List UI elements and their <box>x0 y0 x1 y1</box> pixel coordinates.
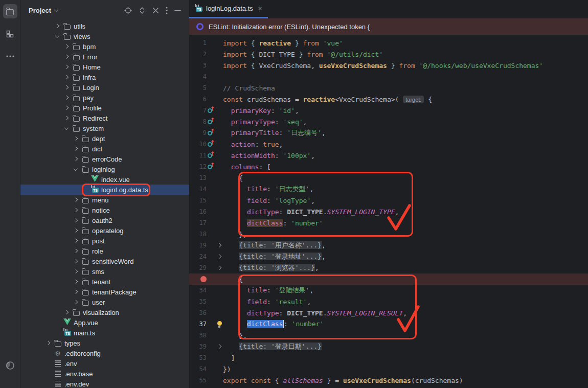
tab-close-icon[interactable]: × <box>258 5 262 12</box>
tree-item-tenantpackage[interactable]: tenantPackage <box>20 287 189 297</box>
tree-item-error[interactable]: Error <box>20 52 189 62</box>
tree-item-notice[interactable]: notice <box>20 205 189 215</box>
code-line[interactable]: 39 {title: '登录日期'...} <box>189 341 588 352</box>
tree-item-operatelog[interactable]: operatelog <box>20 225 189 236</box>
line-number[interactable] <box>189 276 207 282</box>
hide-minimize-icon[interactable] <box>174 10 181 11</box>
tree-item-types[interactable]: types <box>20 338 189 348</box>
code-line[interactable]: 5// CrudSchema <box>189 82 588 94</box>
project-tool-window-button[interactable] <box>3 4 17 18</box>
tree-item-app-vue[interactable]: App.vue <box>20 317 189 328</box>
fold-chevron-icon[interactable] <box>217 345 221 349</box>
line-number[interactable]: 8 <box>189 118 207 125</box>
code-line[interactable]: 15 field: 'logType', <box>189 195 588 206</box>
tree-item-role[interactable]: role <box>20 246 189 256</box>
code-line[interactable]: 7 primaryKey: 'id', <box>189 105 588 116</box>
line-number[interactable]: 54 <box>189 366 207 373</box>
code-line[interactable]: 17 dictClass: 'number' <box>189 217 588 229</box>
tree-item-post[interactable]: post <box>20 236 189 246</box>
tree-item-errorcode[interactable]: errorCode <box>20 154 189 164</box>
line-number[interactable]: 13 <box>189 174 207 181</box>
code-line[interactable]: 10 action: true, <box>189 139 588 150</box>
tree-item-sensitiveword[interactable]: sensitiveWord <box>20 256 189 266</box>
line-number[interactable]: 24 <box>189 253 207 260</box>
tree-item-bpm[interactable]: bpm <box>20 41 189 52</box>
code-line[interactable]: 38 }, <box>189 330 588 341</box>
tree-item-utils[interactable]: utils <box>20 21 189 31</box>
tree-item-redirect[interactable]: Redirect <box>20 113 189 123</box>
code-line[interactable]: 4 <box>189 71 588 82</box>
line-number[interactable]: 9 <box>189 129 207 136</box>
tree-item-system[interactable]: system <box>20 123 189 133</box>
lightbulb-icon[interactable] <box>217 321 222 326</box>
collapse-all-icon[interactable] <box>152 7 159 14</box>
line-number[interactable]: 55 <box>189 377 207 384</box>
expand-all-icon[interactable] <box>139 7 146 14</box>
tree-item-index-vue[interactable]: index.vue <box>20 174 189 185</box>
code-line[interactable]: 53 ] <box>189 352 588 363</box>
code-line[interactable]: 11 actionWidth: '100px', <box>189 150 588 161</box>
tab-loginlog-data-ts[interactable]: TS loginLog.data.ts × <box>189 0 268 18</box>
tree-item--env[interactable]: .env <box>20 358 189 369</box>
code-line[interactable]: { <box>189 273 588 285</box>
tree-item-dept[interactable]: dept <box>20 133 189 144</box>
tree-item-infra[interactable]: infra <box>20 72 189 82</box>
more-tool-windows-button[interactable] <box>3 49 17 63</box>
tree-item-profile[interactable]: Profile <box>20 103 189 113</box>
tree-item-menu[interactable]: menu <box>20 195 189 205</box>
code-line[interactable]: 1import { reactive } from 'vue' <box>189 37 588 49</box>
line-number[interactable]: 34 <box>189 287 207 294</box>
chevron-down-icon[interactable] <box>54 8 58 12</box>
line-number[interactable]: 1 <box>189 39 207 47</box>
locate-file-icon[interactable] <box>124 7 132 14</box>
structure-tool-window-button[interactable] <box>3 27 17 41</box>
code-line[interactable]: 18 }, <box>189 229 588 240</box>
code-line[interactable]: 19 {title: '用户名称'...}, <box>189 240 588 251</box>
code-line[interactable]: 16 dictType: DICT_TYPE.SYSTEM_LOGIN_TYPE… <box>189 206 588 217</box>
code-line[interactable]: 2import { DICT_TYPE } from '@/utils/dict… <box>189 49 588 60</box>
code-line[interactable]: 36 dictType: DICT_TYPE.SYSTEM_LOGIN_RESU… <box>189 307 588 318</box>
line-number[interactable]: 35 <box>189 298 207 305</box>
code-line[interactable]: 9 primaryTitle: '日志编号', <box>189 127 588 139</box>
tree-item-dict[interactable]: dict <box>20 144 189 154</box>
code-line[interactable]: 37 dictClass: 'number' <box>189 318 588 330</box>
line-number[interactable]: 38 <box>189 332 207 339</box>
line-number[interactable]: 3 <box>189 62 207 69</box>
fold-chevron-icon[interactable] <box>217 255 221 259</box>
line-number[interactable]: 12 <box>189 163 207 170</box>
line-number[interactable]: 29 <box>189 264 207 271</box>
code-line[interactable]: 34 title: '登陆结果', <box>189 285 588 296</box>
tree-item-home[interactable]: Home <box>20 62 189 72</box>
code-line[interactable]: 24 {title: '登录地址'...}, <box>189 251 588 262</box>
code-line[interactable]: 54}) <box>189 363 588 375</box>
tree-item-main-ts[interactable]: TSmain.ts <box>20 328 189 338</box>
code-line[interactable]: 35 field: 'result', <box>189 296 588 307</box>
line-number[interactable]: 11 <box>189 152 207 159</box>
line-number[interactable]: 2 <box>189 51 207 58</box>
tree-item--env-base[interactable]: .env.base <box>20 369 189 379</box>
line-number[interactable]: 10 <box>189 141 207 148</box>
code-line[interactable]: 12 columns: [ <box>189 161 588 172</box>
line-number[interactable]: 19 <box>189 242 207 249</box>
tree-item-oauth2[interactable]: oauth2 <box>20 215 189 225</box>
code-line[interactable]: 14 title: '日志类型', <box>189 184 588 195</box>
tree-item-pay[interactable]: pay <box>20 93 189 103</box>
line-number[interactable]: 17 <box>189 219 207 226</box>
tree-item-views[interactable]: views <box>20 31 189 41</box>
code-line[interactable]: 8 primaryType: 'seq', <box>189 116 588 127</box>
breakpoint-icon[interactable] <box>200 276 207 282</box>
tree-item-visualization[interactable]: visualization <box>20 307 189 317</box>
tree-item-tenant[interactable]: tenant <box>20 277 189 287</box>
line-number[interactable]: 5 <box>189 84 207 92</box>
line-number[interactable]: 36 <box>189 309 207 316</box>
line-number[interactable]: 37 <box>189 321 207 328</box>
tree-item-user[interactable]: user <box>20 297 189 307</box>
tree-item--editorconfig[interactable]: ⚙.editorconfig <box>20 348 189 358</box>
line-number[interactable]: 15 <box>189 197 207 204</box>
code-line[interactable]: 55export const { allSchemas } = useVxeCr… <box>189 375 588 386</box>
profiler-button[interactable] <box>3 358 17 373</box>
line-number[interactable]: 16 <box>189 208 207 215</box>
fold-chevron-icon[interactable] <box>217 266 221 270</box>
tree-item-login[interactable]: Login <box>20 82 189 93</box>
tree-item--env-dev[interactable]: .env.dev <box>20 379 189 388</box>
